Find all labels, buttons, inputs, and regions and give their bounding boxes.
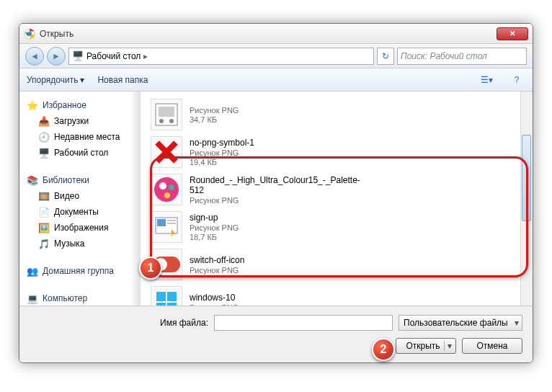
chrome-icon [24,28,35,40]
desktop-icon: 🖥️ [72,50,84,62]
dialog-body: ⭐Избранное 📥Загрузки 🕘Недавние места 🖥️Р… [19,92,533,306]
list-item[interactable]: windows-10Рисунок PNG [149,283,524,306]
svg-rect-13 [157,219,166,226]
svg-point-8 [154,177,179,202]
filetype-combo[interactable]: Пользовательские файлы [399,315,522,331]
svg-rect-18 [156,292,166,301]
libraries-group[interactable]: 📚Библиотеки [19,172,141,188]
file-thumb [151,136,182,168]
annotation-badge-1: 1 [139,257,162,280]
window-title: Открыть [40,29,497,39]
sidebar-item-recent[interactable]: 🕘Недавние места [19,129,141,145]
star-icon: ⭐ [27,99,38,111]
recent-icon: 🕘 [38,131,50,143]
sidebar-item-documents[interactable]: 📄Документы [19,204,141,220]
desktop-icon: 🖥️ [38,147,50,159]
file-thumb [151,99,182,130]
forward-button[interactable]: ► [47,47,66,66]
pictures-icon: 🖼️ [38,222,50,233]
video-icon: 🎞️ [38,190,50,202]
computer-icon: 💻 [27,293,38,304]
music-icon: 🎵 [38,238,50,249]
sidebar-item-downloads[interactable]: 📥Загрузки [19,113,141,129]
sidebar-item-music[interactable]: 🎵Музыка [19,236,141,251]
documents-icon: 📄 [38,206,50,218]
svg-rect-20 [156,303,166,306]
list-item[interactable]: Rounded_-_High_Ultra_Colour15_-_Palette-… [149,171,524,208]
sidebar-item-desktop[interactable]: 🖥️Рабочий стол [19,145,141,161]
back-button[interactable]: ◄ [25,47,44,66]
breadcrumb[interactable]: Рабочий стол [86,51,141,61]
view-options-button[interactable]: ☰▾ [478,71,495,89]
svg-rect-3 [159,107,174,117]
annotation-badge-2: 2 [372,338,395,361]
refresh-button[interactable]: ↻ [377,48,394,65]
chevron-right-icon[interactable]: ▸ [143,51,148,61]
file-list: Рисунок PNG34,7 КБ no-png-symbol-1Рисуно… [141,92,533,306]
svg-point-4 [159,119,164,123]
sidebar-item-videos[interactable]: 🎞️Видео [19,188,141,204]
svg-rect-19 [167,292,177,301]
search-placeholder: Поиск: Рабочий стол [401,51,487,61]
list-item[interactable]: Рисунок PNG34,7 КБ [149,96,524,133]
svg-point-11 [164,192,170,198]
file-thumb [151,211,182,243]
bottom-bar: Имя файла: Пользовательские файлы Открыт… [19,306,533,362]
filename-label: Имя файла: [160,318,208,328]
new-folder-button[interactable]: Новая папка [97,75,148,85]
file-thumb [151,174,182,205]
favorites-group[interactable]: ⭐Избранное [19,97,141,113]
close-button[interactable]: ✕ [497,27,528,40]
sidebar-item-pictures[interactable]: 🖼️Изображения [19,220,141,236]
list-item[interactable]: switch-off-iconРисунок PNG [149,246,524,283]
search-input[interactable]: Поиск: Рабочий стол [397,48,527,65]
computer-group[interactable]: 💻Компьютер [19,290,141,306]
address-bar[interactable]: 🖥️ Рабочий стол ▸ [68,48,374,65]
help-button[interactable]: ? [508,71,525,89]
toolbar: Упорядочить▾ Новая папка ☰▾ ? [19,68,533,92]
navbar: ◄ ► 🖥️ Рабочий стол ▸ ↻ Поиск: Рабочий с… [19,44,533,68]
svg-point-5 [169,119,174,123]
cancel-button[interactable]: Отмена [462,338,522,354]
libraries-icon: 📚 [27,174,38,186]
chevron-down-icon: ▾ [80,75,84,85]
open-button[interactable]: Открыть [396,338,456,354]
open-dialog: Открыть ✕ ◄ ► 🖥️ Рабочий стол ▸ ↻ Поиск:… [19,23,533,363]
homegroup-icon: 👥 [27,265,38,277]
homegroup[interactable]: 👥Домашняя группа [19,263,141,279]
file-thumb [151,286,182,306]
sidebar: ⭐Избранное 📥Загрузки 🕘Недавние места 🖥️Р… [19,92,141,306]
downloads-icon: 📥 [38,115,50,127]
svg-point-9 [159,182,166,190]
scrollbar-thumb[interactable] [522,135,531,221]
svg-point-10 [169,184,174,190]
titlebar: Открыть ✕ [19,24,533,44]
organize-menu[interactable]: Упорядочить▾ [27,75,84,85]
list-item[interactable]: sign-upРисунок PNG18,7 КБ [149,208,524,246]
svg-rect-21 [167,303,177,306]
filename-input[interactable] [214,315,393,331]
list-item[interactable]: no-png-symbol-1Рисунок PNG19,4 КБ [149,133,524,171]
scrollbar[interactable] [520,92,533,306]
